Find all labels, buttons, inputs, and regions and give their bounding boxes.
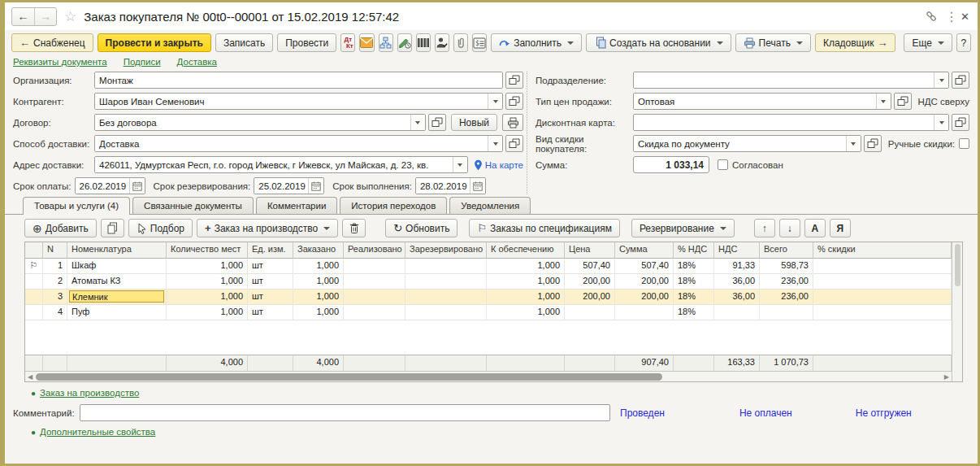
cell-vat[interactable]: 91,33 xyxy=(714,259,760,274)
col-header-nomenclature[interactable]: Номенклатура xyxy=(67,242,167,259)
post-and-close-button[interactable]: Провести и закрыть xyxy=(98,33,211,52)
cell-nomenclature[interactable]: Клемник xyxy=(67,290,167,305)
cell-to-supply[interactable]: 1,000 xyxy=(487,290,565,305)
counterparty-open-button[interactable] xyxy=(505,93,523,110)
contract-input[interactable] xyxy=(95,115,410,130)
organization-open-button[interactable] xyxy=(505,72,523,89)
department-open-button[interactable] xyxy=(952,72,969,89)
cell-ordered[interactable]: 1,000 xyxy=(293,274,344,290)
cell-nomenclature[interactable]: Атоматы КЗ xyxy=(67,274,167,290)
horizontal-scrollbar[interactable]: ◀ ▶ xyxy=(25,371,952,381)
barcode-button[interactable] xyxy=(416,33,431,52)
window-menu-icon[interactable]: ⋮ xyxy=(945,9,953,24)
cell-vat-rate[interactable]: 18% xyxy=(674,259,714,274)
scroll-left-icon[interactable]: ◀ xyxy=(28,373,33,381)
col-header-price[interactable]: Цена xyxy=(565,242,615,259)
attachments-button[interactable] xyxy=(453,33,468,52)
next-user-button[interactable]: Кладовщик→ xyxy=(815,33,896,52)
prev-user-button[interactable]: ←Снабженец xyxy=(11,33,93,52)
add-row-button[interactable]: ⊕Добавить xyxy=(24,219,97,237)
col-header-vat[interactable]: НДС xyxy=(714,242,760,259)
refresh-button[interactable]: ↻Обновить xyxy=(385,219,457,237)
price-type-dropdown-button[interactable] xyxy=(876,94,891,109)
cell-price[interactable] xyxy=(565,305,615,320)
cell-unit[interactable]: шт xyxy=(248,259,293,274)
col-header-total[interactable]: Всего xyxy=(760,242,813,259)
cell-discount-rate[interactable] xyxy=(813,305,952,320)
col-header-qty-places[interactable]: Количество мест xyxy=(167,242,248,259)
cell-sum[interactable]: 507,40 xyxy=(615,259,674,274)
cell-unit[interactable]: шт xyxy=(248,290,293,305)
cell-to-supply[interactable]: 1,000 xyxy=(487,259,565,274)
cell-ordered[interactable]: 1,000 xyxy=(293,290,344,305)
cell-qty-places[interactable]: 1,000 xyxy=(167,305,248,320)
price-type-open-button[interactable] xyxy=(894,93,912,110)
pick-items-button[interactable]: Подбор xyxy=(128,219,193,237)
signatures-link[interactable]: Подписи xyxy=(124,57,161,67)
cell-qty-places[interactable]: 1,000 xyxy=(167,290,248,305)
edit-time-button[interactable] xyxy=(397,33,412,52)
write-button[interactable]: Записать xyxy=(215,33,273,52)
back-button[interactable]: ← xyxy=(12,8,34,25)
department-dropdown-button[interactable] xyxy=(934,72,948,88)
cell-vat[interactable]: 36,00 xyxy=(714,290,760,305)
contract-open-button[interactable] xyxy=(428,114,446,131)
discount-card-open-button[interactable] xyxy=(952,114,969,131)
cell-reserved[interactable] xyxy=(405,274,487,290)
reservation-button[interactable]: Резервирование xyxy=(631,219,735,237)
col-header-sum[interactable]: Сумма xyxy=(615,242,674,259)
sort-asc-button[interactable]: А xyxy=(804,219,826,237)
manual-discounts-checkbox[interactable] xyxy=(959,138,969,149)
production-order-button[interactable]: +Заказ на производство xyxy=(197,219,338,237)
cell-price[interactable] xyxy=(565,355,615,371)
new-contract-button[interactable]: Новый xyxy=(451,114,497,131)
tab-1[interactable]: Товары и услуги (4) xyxy=(23,197,130,215)
contract-dropdown-button[interactable] xyxy=(410,115,425,130)
col-header-discount-rate[interactable]: % скидки xyxy=(813,242,952,259)
calendar-icon[interactable] xyxy=(129,178,145,194)
counterparty-dropdown-button[interactable] xyxy=(488,94,502,109)
col-header-sold[interactable]: Реализовано xyxy=(344,242,405,259)
cell-vat-rate[interactable]: 18% xyxy=(674,305,714,320)
table-row[interactable]: 3Клемник1,000шт1,0001,000200,00200,0018%… xyxy=(25,290,952,305)
cell-price[interactable]: 200,00 xyxy=(565,290,615,305)
col-header-vat-rate[interactable]: % НДС xyxy=(674,242,714,259)
col-header-ordered[interactable]: Заказано xyxy=(293,242,344,259)
cell-discount-rate[interactable] xyxy=(813,274,952,290)
cell-sum[interactable] xyxy=(615,305,674,320)
delivery-method-input[interactable] xyxy=(95,136,488,151)
discount-card-dropdown-button[interactable] xyxy=(934,115,948,130)
cell-to-supply[interactable]: 1,000 xyxy=(487,274,565,290)
delete-row-button[interactable] xyxy=(342,219,366,237)
col-header-to-supply[interactable]: К обеспечению xyxy=(487,242,565,259)
print-button[interactable]: Печать xyxy=(735,33,811,52)
cell-sold[interactable] xyxy=(344,305,405,320)
organization-input[interactable] xyxy=(95,72,502,88)
calendar-icon[interactable] xyxy=(308,178,323,194)
table-row[interactable]: 2Атоматы КЗ1,000шт1,0001,000200,00200,00… xyxy=(25,274,952,290)
cell-reserved[interactable] xyxy=(405,290,487,305)
cell-total[interactable]: 1 070,73 xyxy=(760,355,813,371)
structure-button[interactable] xyxy=(379,33,393,52)
cell-n[interactable]: 1 xyxy=(43,259,67,274)
discount-card-input[interactable] xyxy=(634,115,934,130)
responsible-person-button[interactable] xyxy=(435,33,449,52)
forward-button[interactable]: → xyxy=(34,8,56,25)
delivery-address-dropdown-button[interactable] xyxy=(453,157,467,172)
fill-button[interactable]: Заполнить xyxy=(491,33,582,52)
cell-nomenclature[interactable]: Пуф xyxy=(67,305,167,320)
cell-ordered[interactable]: 1,000 xyxy=(293,259,344,274)
cell-sum[interactable]: 200,00 xyxy=(615,274,674,290)
scrollbar-thumb[interactable] xyxy=(955,244,960,286)
invoice-button[interactable]: $ xyxy=(472,33,487,52)
department-input[interactable] xyxy=(634,72,934,88)
fulfill-due-input[interactable] xyxy=(416,178,470,194)
cell-total[interactable]: 236,00 xyxy=(760,290,813,305)
payment-due-input[interactable] xyxy=(76,178,129,194)
dtkt-postings-button[interactable]: ДтКт xyxy=(340,33,355,52)
delivery-address-input[interactable] xyxy=(95,157,453,172)
cell-vat-rate[interactable]: 18% xyxy=(674,274,714,290)
cell-nomenclature[interactable] xyxy=(67,355,167,371)
cell-qty-places[interactable]: 1,000 xyxy=(167,259,248,274)
print-contract-button[interactable] xyxy=(502,114,523,131)
